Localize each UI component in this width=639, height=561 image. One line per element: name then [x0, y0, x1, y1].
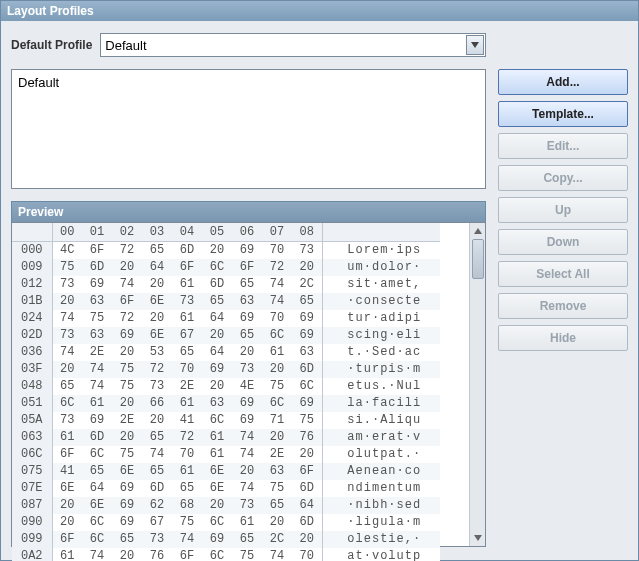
down-button[interactable]: Down — [498, 229, 628, 255]
hex-cell: 65 — [232, 531, 262, 548]
edit-button[interactable]: Edit... — [498, 133, 628, 159]
hex-col-header: 05 — [202, 223, 232, 242]
hex-cell: 74 — [232, 480, 262, 497]
hex-cell: 65 — [112, 531, 142, 548]
hex-col-header: 03 — [142, 223, 172, 242]
hex-cell: 6D — [292, 480, 322, 497]
hex-cell: 74 — [172, 531, 202, 548]
hex-cell: 6F — [82, 242, 112, 259]
hex-cell: 71 — [262, 412, 292, 429]
offset-cell: 000 — [12, 242, 52, 259]
hex-row: 024747572206164697069tur·adipi — [12, 310, 440, 327]
hex-cell: 73 — [52, 276, 82, 293]
hex-cell: 69 — [112, 497, 142, 514]
hex-cell: 73 — [142, 531, 172, 548]
window-title: Layout Profiles — [7, 4, 94, 18]
up-button[interactable]: Up — [498, 197, 628, 223]
hex-cell: 72 — [112, 242, 142, 259]
hex-cell: 64 — [202, 344, 232, 361]
hex-cell: 20 — [142, 276, 172, 293]
hex-cell: 61 — [172, 310, 202, 327]
hex-cell: 20 — [202, 327, 232, 344]
hex-row: 0516C6120666163696C69la·facili — [12, 395, 440, 412]
default-profile-dropdown[interactable]: Default — [100, 33, 486, 57]
hex-cell: 64 — [82, 480, 112, 497]
offset-cell: 06C — [12, 446, 52, 463]
hex-cell: 75 — [292, 412, 322, 429]
hex-row: 009756D20646F6C6F7220um·dolor· — [12, 259, 440, 276]
ascii-header — [322, 223, 440, 242]
hex-cell: 61 — [172, 395, 202, 412]
hex-cell: 75 — [172, 514, 202, 531]
hex-cell: 76 — [142, 548, 172, 562]
hex-cell: 70 — [262, 310, 292, 327]
hex-cell: 69 — [112, 514, 142, 531]
hex-cell: 41 — [52, 463, 82, 480]
remove-button[interactable]: Remove — [498, 293, 628, 319]
scroll-up-icon[interactable] — [470, 223, 486, 239]
profile-list[interactable]: Default — [11, 69, 486, 189]
hex-cell: 64 — [292, 497, 322, 514]
hex-cell: 20 — [112, 395, 142, 412]
hex-cell: 70 — [262, 242, 292, 259]
hide-button[interactable]: Hide — [498, 325, 628, 351]
scroll-down-icon[interactable] — [470, 530, 486, 546]
hex-cell: 65 — [292, 293, 322, 310]
hex-cell: 72 — [112, 310, 142, 327]
content-area: Default Profile Default Default Preview … — [1, 21, 638, 557]
offset-cell: 063 — [12, 429, 52, 446]
hex-cell: 65 — [262, 497, 292, 514]
copy-button[interactable]: Copy... — [498, 165, 628, 191]
ascii-cell: um·dolor· — [322, 259, 440, 276]
hex-cell: 6D — [292, 361, 322, 378]
hex-cell: 2E — [112, 412, 142, 429]
offset-cell: 05A — [12, 412, 52, 429]
hex-cell: 2C — [292, 276, 322, 293]
hex-cell: 6C — [82, 514, 112, 531]
hex-cell: 61 — [202, 446, 232, 463]
hex-cell: 20 — [142, 310, 172, 327]
select-all-button[interactable]: Select All — [498, 261, 628, 287]
hex-col-header: 06 — [232, 223, 262, 242]
hex-cell: 75 — [52, 259, 82, 276]
offset-cell: 02D — [12, 327, 52, 344]
hex-cell: 61 — [262, 344, 292, 361]
hex-cell: 6F — [112, 293, 142, 310]
template-button[interactable]: Template... — [498, 101, 628, 127]
ascii-cell: olestie,· — [322, 531, 440, 548]
hex-cell: 74 — [232, 429, 262, 446]
hex-cell: 72 — [262, 259, 292, 276]
ascii-cell: etus.·Nul — [322, 378, 440, 395]
hex-cell: 64 — [202, 310, 232, 327]
scroll-thumb[interactable] — [472, 239, 484, 279]
hex-cell: 20 — [262, 429, 292, 446]
hex-row: 06C6F6C75747061742E20olutpat.· — [12, 446, 440, 463]
hex-cell: 20 — [112, 344, 142, 361]
add-button[interactable]: Add... — [498, 69, 628, 95]
hex-cell: 20 — [52, 293, 82, 310]
scrollbar[interactable] — [469, 223, 485, 546]
hex-cell: 72 — [142, 361, 172, 378]
hex-cell: 63 — [232, 293, 262, 310]
chevron-down-icon[interactable] — [466, 35, 484, 55]
hex-cell: 65 — [52, 378, 82, 395]
hex-cell: 6F — [52, 446, 82, 463]
hex-cell: 61 — [52, 429, 82, 446]
hex-cell: 4E — [232, 378, 262, 395]
hex-cell: 20 — [232, 344, 262, 361]
hex-cell: 69 — [202, 361, 232, 378]
hex-row: 07E6E64696D656E74756Dndimentum — [12, 480, 440, 497]
ascii-cell: at·volutp — [322, 548, 440, 562]
hex-cell: 69 — [82, 412, 112, 429]
hex-cell: 6D — [82, 259, 112, 276]
hex-cell: 61 — [202, 429, 232, 446]
hex-cell: 6E — [142, 327, 172, 344]
hex-cell: 2C — [262, 531, 292, 548]
hex-cell: 20 — [52, 361, 82, 378]
offset-cell: 012 — [12, 276, 52, 293]
list-item[interactable]: Default — [18, 74, 479, 91]
hex-cell: 76 — [292, 429, 322, 446]
hex-cell: 65 — [172, 344, 202, 361]
hex-cell: 6F — [52, 531, 82, 548]
hex-cell: 65 — [82, 463, 112, 480]
